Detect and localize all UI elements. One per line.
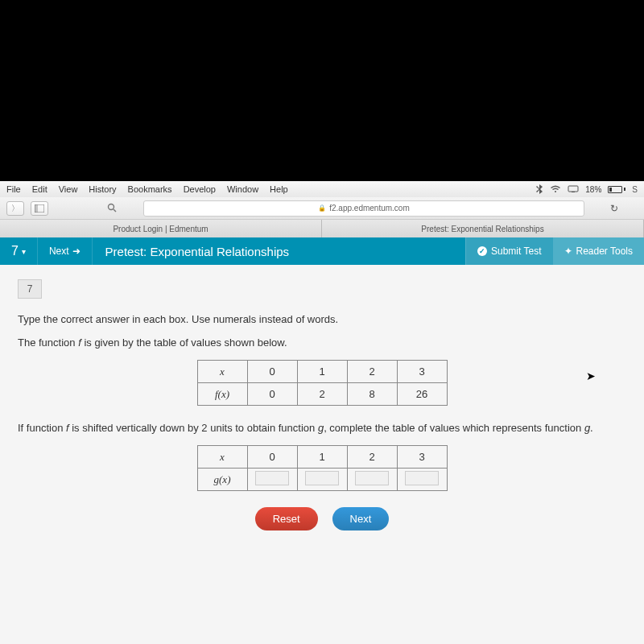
answer-input-3[interactable] (405, 471, 439, 485)
back-button[interactable]: 〉 (6, 201, 24, 216)
bluetooth-icon[interactable] (536, 184, 543, 194)
battery-percentage: 18% (585, 185, 601, 194)
question-number: 7 (11, 244, 19, 258)
submit-label: Submit Test (491, 246, 541, 257)
menubar-right-edge: S (632, 185, 638, 194)
table-row: x 0 1 2 3 (197, 361, 447, 383)
url-bar[interactable]: 🔒 f2.app.edmentum.com (143, 200, 584, 217)
table-g: x 0 1 2 3 g(x) (197, 445, 448, 491)
answer-input-2[interactable] (355, 471, 389, 485)
answer-input-0[interactable] (255, 471, 289, 485)
menu-window[interactable]: Window (227, 184, 258, 194)
table-row: x 0 1 2 3 (197, 446, 447, 469)
next-question-link[interactable]: Next ➜ (38, 237, 93, 265)
arrow-right-icon: ➜ (72, 246, 80, 257)
table-row: g(x) (197, 469, 447, 491)
macos-menubar: File Edit View History Bookmarks Develop… (0, 181, 644, 197)
svg-rect-1 (572, 192, 575, 192)
next-label: Next (49, 246, 69, 257)
svg-rect-0 (568, 186, 578, 192)
battery-icon[interactable] (608, 186, 625, 193)
svg-line-5 (114, 209, 116, 212)
search-icon[interactable] (107, 201, 117, 216)
menu-bookmarks[interactable]: Bookmarks (128, 184, 172, 194)
tab-product-login[interactable]: Product Login | Edmentum (0, 220, 322, 237)
lock-icon: 🔒 (318, 204, 326, 212)
menu-develop[interactable]: Develop (184, 184, 216, 194)
reader-tools-button[interactable]: ✦ Reader Tools (553, 237, 645, 265)
menu-help[interactable]: Help (270, 184, 288, 194)
question-content: 7 Type the correct answer in each box. U… (0, 265, 644, 644)
instruction-line-3: If function f is shifted vertically down… (18, 422, 626, 434)
display-icon[interactable] (568, 185, 579, 193)
sidebar-button[interactable] (31, 201, 48, 216)
reader-label: Reader Tools (576, 246, 634, 257)
submit-test-button[interactable]: ✓ Submit Test (465, 237, 552, 265)
svg-point-4 (109, 204, 114, 209)
browser-toolbar: 〉 🔒 f2.app.edmentum.com ↻ (0, 197, 644, 220)
question-selector[interactable]: 7 ▾ (0, 237, 38, 265)
next-button[interactable]: Next (332, 507, 390, 530)
reset-button[interactable]: Reset (255, 507, 318, 530)
app-header: 7 ▾ Next ➜ Pretest: Exponential Relation… (0, 237, 644, 265)
wifi-icon[interactable] (550, 185, 561, 193)
table-row: f(x) 0 2 8 26 (197, 383, 447, 406)
reload-button[interactable]: ↻ (607, 203, 621, 214)
chevron-down-icon: ▾ (22, 247, 26, 256)
browser-tabs: Product Login | Edmentum Pretest: Expone… (0, 220, 644, 237)
svg-rect-3 (35, 204, 38, 213)
menu-view[interactable]: View (59, 184, 78, 194)
letterbox-top (0, 0, 644, 181)
check-icon: ✓ (477, 246, 487, 256)
menu-history[interactable]: History (89, 184, 116, 194)
menu-file[interactable]: File (6, 184, 21, 194)
instruction-line-2: The function f is given by the table of … (18, 336, 626, 349)
tab-pretest[interactable]: Pretest: Exponential Relationships (322, 220, 644, 237)
question-badge: 7 (18, 279, 42, 299)
url-host: f2.app.edmentum.com (329, 204, 410, 213)
cursor-icon: ➤ (586, 369, 596, 382)
menu-edit[interactable]: Edit (32, 184, 47, 194)
tools-icon: ✦ (564, 246, 572, 257)
answer-input-1[interactable] (305, 471, 339, 485)
page-title: Pretest: Exponential Relationships (93, 245, 302, 258)
table-f: x 0 1 2 3 f(x) 0 2 8 26 (197, 360, 448, 406)
instruction-line-1: Type the correct answer in each box. Use… (18, 313, 626, 325)
